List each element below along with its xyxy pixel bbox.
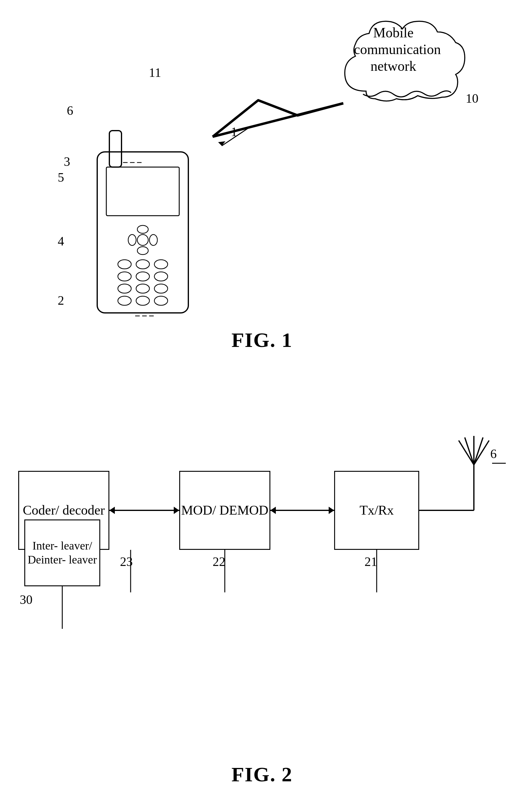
mod-demod-block: MOD/ DEMOD xyxy=(179,471,271,550)
fig2-connections-svg xyxy=(0,410,524,799)
svg-point-23 xyxy=(118,296,131,305)
svg-rect-3 xyxy=(97,152,189,313)
label-6-fig1: 6 xyxy=(67,103,73,118)
mod-demod-label: MOD/ DEMOD xyxy=(181,501,268,519)
svg-point-24 xyxy=(136,296,149,305)
svg-line-41 xyxy=(474,441,489,465)
page: Mobile communication network 10 11 1 6 xyxy=(0,0,524,812)
svg-point-14 xyxy=(118,260,131,269)
svg-marker-30 xyxy=(174,507,179,514)
svg-point-11 xyxy=(149,234,157,246)
svg-line-38 xyxy=(465,437,474,465)
txrx-label: Tx/Rx xyxy=(360,501,394,519)
svg-point-21 xyxy=(136,284,149,293)
svg-point-20 xyxy=(118,284,131,293)
label-4: 4 xyxy=(58,234,64,248)
label-2: 2 xyxy=(58,293,64,308)
ref-23: 23 xyxy=(120,554,133,569)
ref-22: 22 xyxy=(213,554,225,569)
svg-point-12 xyxy=(137,247,148,254)
cloud-shape: Mobile communication network xyxy=(339,12,469,106)
svg-rect-4 xyxy=(109,131,121,167)
ref-21: 21 xyxy=(364,554,377,569)
label-1: 1 xyxy=(231,125,237,139)
svg-marker-31 xyxy=(109,507,115,514)
svg-point-10 xyxy=(128,234,136,246)
interleaver-label: Inter- leaver/ Deinter- leaver xyxy=(25,539,99,566)
svg-point-18 xyxy=(136,272,149,281)
svg-line-37 xyxy=(459,441,474,465)
svg-point-13 xyxy=(137,234,148,246)
svg-point-22 xyxy=(154,284,168,293)
svg-marker-2 xyxy=(218,141,225,146)
coder-decoder-label: Coder/ decoder xyxy=(23,501,105,519)
txrx-block: Tx/Rx xyxy=(334,471,419,550)
fig2-area: Coder/ decoder Inter- leaver/ Deinter- l… xyxy=(0,410,524,799)
fig1-area: Mobile communication network 10 11 1 6 xyxy=(0,6,524,401)
label-11: 11 xyxy=(149,65,161,80)
label-3: 3 xyxy=(64,154,70,169)
fig2-title: FIG. 2 xyxy=(231,762,293,786)
svg-marker-34 xyxy=(271,507,276,514)
interleaver-block: Inter- leaver/ Deinter- leaver xyxy=(24,519,100,586)
fig1-title: FIG. 1 xyxy=(231,328,293,352)
label-5: 5 xyxy=(58,170,64,185)
svg-rect-5 xyxy=(106,167,179,216)
svg-line-40 xyxy=(474,437,483,465)
svg-point-17 xyxy=(118,272,131,281)
svg-point-15 xyxy=(136,260,149,269)
svg-point-25 xyxy=(154,296,168,305)
phone-drawing xyxy=(79,121,231,328)
label-10: 10 xyxy=(466,91,478,106)
svg-point-9 xyxy=(137,226,148,233)
svg-marker-33 xyxy=(329,507,334,514)
svg-point-16 xyxy=(154,260,168,269)
ref-6-fig2: 6 xyxy=(490,447,497,461)
cloud-label: Mobile communication network xyxy=(354,24,433,75)
svg-point-19 xyxy=(154,272,168,281)
ref-30: 30 xyxy=(20,592,33,607)
